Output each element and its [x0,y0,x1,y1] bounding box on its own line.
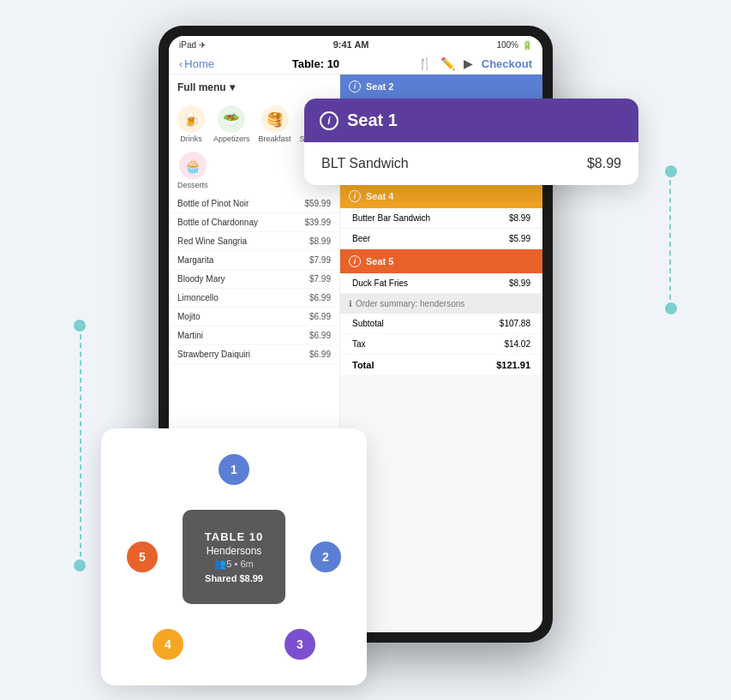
summary-header-label: Order summary: hendersons [356,299,464,308]
menu-item-name: Bottle of Pinot Noir [177,199,249,208]
right-connector-dot-top [665,165,677,177]
menu-item[interactable]: Margarita$7.99 [169,251,339,270]
tax-value: $14.02 [504,339,530,349]
menu-item-price: $7.99 [309,255,331,265]
menu-item-name: Strawberry Daiquiri [177,350,250,359]
menu-item-price: $6.99 [309,293,331,302]
category-desserts[interactable]: 🧁 Desserts [177,152,208,189]
total-row: Total $121.91 [340,355,542,376]
menu-item[interactable]: Red Wine Sangria$8.99 [169,232,339,251]
status-left: iPad ✈ [179,40,206,50]
menu-header-label: Full menu [177,81,226,93]
status-time: 9:41 AM [333,39,369,50]
breakfast-icon: 🥞 [261,105,289,133]
seat-4-item2-price: $5.99 [509,234,530,243]
menu-item[interactable]: Mojito$6.99 [169,308,339,326]
menu-item[interactable]: Bottle of Chardonnay$39.99 [169,213,339,232]
seat1-item-row[interactable]: BLT Sandwich $8.99 [304,142,638,185]
menu-items-list: Bottle of Pinot Noir$59.99Bottle of Char… [169,194,339,364]
seat-4-item1-name: Butter Bar Sandwich [352,213,430,223]
seat-3-number: 3 [297,637,303,651]
seat-5-header: i Seat 5 [340,249,542,273]
table-map-inner: 1 2 3 4 5 TABLE 10 Hendersons 👥5 • 6m Sh… [127,454,341,660]
chevron-left-icon: ‹ [179,57,183,70]
seat1-title: Seat 1 [347,111,398,130]
table-meta-label: 👥5 • 6m [214,559,253,570]
category-breakfast[interactable]: 🥞 Breakfast [259,105,291,143]
menu-item-name: Bottle of Chardonnay [177,218,258,227]
table-map-card: 1 2 3 4 5 TABLE 10 Hendersons 👥5 • 6m Sh… [101,428,367,685]
seat-bubble-1[interactable]: 1 [219,454,249,485]
menu-item[interactable]: Martini$6.99 [169,326,339,345]
seat-5-number: 5 [139,550,146,564]
subtotal-value: $107.88 [500,319,530,328]
menu-item-price: $6.99 [309,312,331,321]
seat-5-item-price: $8.99 [509,278,530,288]
menu-item-name: Margarita [177,255,213,265]
desserts-icon: 🧁 [179,152,207,179]
menu-item-price: $8.99 [309,236,331,246]
seat-bubble-4[interactable]: 4 [153,629,183,660]
battery-icon: 🔋 [522,40,532,50]
menu-item-price: $59.99 [304,199,331,208]
menu-item-price: $7.99 [309,274,331,284]
menu-item-name: Limoncello [177,293,219,302]
seat-5-label: Seat 5 [366,256,393,266]
seat-5-info-icon: i [349,255,361,267]
seat-1-number: 1 [231,463,237,476]
menu-icon[interactable]: 🍴 [417,57,432,70]
menu-item[interactable]: Bloody Mary$7.99 [169,270,339,289]
seat1-item-name: BLT Sandwich [321,156,409,171]
seat1-info-icon: i [320,111,339,130]
status-right: 100% 🔋 [496,40,532,50]
category-appetizers[interactable]: 🥗 Appetizers [213,105,250,143]
left-connector-dot-top [74,320,86,332]
desserts-label: Desserts [177,181,208,189]
apps-label: Appetizers [213,135,250,143]
table-center: TABLE 10 Hendersons 👥5 • 6m Shared $8.99 [183,510,285,604]
menu-item-name: Bloody Mary [177,274,225,284]
seat-2-number: 2 [322,550,329,564]
ipad-label: iPad ✈ [179,40,206,50]
breakfast-label: Breakfast [259,135,291,143]
menu-item[interactable]: Limoncello$6.99 [169,289,339,308]
seat-2-label: Seat 2 [366,81,393,92]
seat-4-item-beer[interactable]: Beer $5.99 [340,229,542,249]
seat-bubble-5[interactable]: 5 [127,541,158,572]
total-value: $121.91 [496,360,530,370]
seat-4-item-butter[interactable]: Butter Bar Sandwich $8.99 [340,208,542,229]
seat-5-item-name: Duck Fat Fries [352,278,408,288]
checkout-button[interactable]: Checkout [482,57,532,70]
seat-bubble-3[interactable]: 3 [285,629,315,660]
category-drinks[interactable]: 🍺 Drinks [177,105,205,143]
back-label: Home [184,57,214,70]
nav-actions: 🍴 ✏️ ▶ Checkout [417,57,532,70]
seat-4-number: 4 [165,637,171,651]
seat-5-item-fries[interactable]: Duck Fat Fries $8.99 [340,273,542,294]
send-icon[interactable]: ▶ [464,57,473,70]
table-name-label: TABLE 10 [205,530,263,543]
table-party-label: Hendersons [207,545,262,557]
back-button[interactable]: ‹ Home [179,57,214,70]
left-vertical-connector [80,326,81,565]
menu-item[interactable]: Strawberry Daiquiri$6.99 [169,345,339,364]
seat1-item-price: $8.99 [587,156,621,171]
navigation-bar: ‹ Home Table: 10 🍴 ✏️ ▶ Checkout [169,53,542,75]
menu-item[interactable]: Bottle of Pinot Noir$59.99 [169,194,339,213]
seat-4-header: i Seat 4 [340,184,542,208]
menu-item-name: Red Wine Sangria [177,236,247,246]
menu-item-price: $39.99 [304,218,331,227]
subtotal-label: Subtotal [352,319,384,328]
menu-item-name: Martini [177,331,203,340]
battery-label: 100% [496,40,518,50]
menu-item-price: $6.99 [309,331,331,340]
seat-4-label: Seat 4 [366,191,393,201]
status-bar: iPad ✈ 9:41 AM 100% 🔋 [169,36,542,53]
right-connector-dot-bottom [665,302,677,314]
edit-icon[interactable]: ✏️ [440,57,455,70]
right-vertical-connector [669,171,671,308]
drinks-label: Drinks [180,135,202,143]
tax-row: Tax $14.02 [340,334,542,355]
table-title: Table: 10 [292,57,339,70]
seat-bubble-2[interactable]: 2 [310,541,341,572]
